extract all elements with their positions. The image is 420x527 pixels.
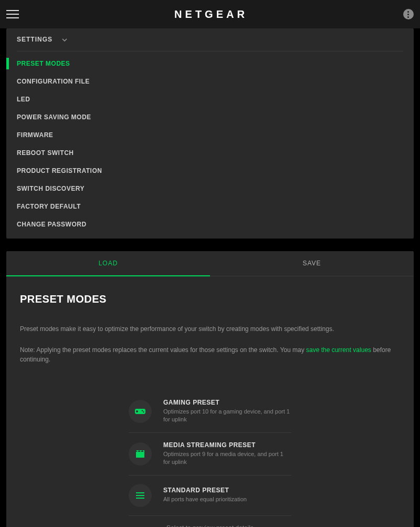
preset-desc: Optimizes port 10 for a gaming device, a… [163, 408, 291, 424]
more-vert-icon[interactable] [403, 9, 414, 19]
intro-text: Preset modes make it easy to optimize th… [20, 324, 400, 334]
preset-text: MEDIA STREAMING PRESETOptimizes port 9 f… [163, 441, 291, 467]
svg-rect-8 [136, 498, 144, 499]
nav-item-power-saving-mode[interactable]: POWER SAVING MODE [6, 108, 414, 126]
settings-label: SETTINGS [17, 36, 52, 43]
preset-desc: All ports have equal prioritization [163, 495, 291, 503]
brand-logo: NETGEAR [174, 8, 248, 20]
note-text: Note: Applying the preset modes replaces… [20, 345, 400, 364]
svg-point-4 [143, 411, 144, 412]
tabs: LOAD SAVE [6, 251, 414, 276]
settings-section-header[interactable]: SETTINGS [6, 28, 414, 51]
nav-item-product-registration[interactable]: PRODUCT REGISTRATION [6, 162, 414, 180]
nav-item-firmware[interactable]: FIRMWARE [6, 126, 414, 144]
content-panel: LOAD SAVE PRESET MODES Preset modes make… [6, 251, 414, 527]
tab-load[interactable]: LOAD [6, 251, 210, 276]
app-header: NETGEAR [0, 0, 420, 28]
lines-icon [129, 484, 152, 507]
gamepad-icon [129, 400, 152, 423]
preset-text: STANDARD PRESETAll ports have equal prio… [163, 487, 291, 503]
page-title: PRESET MODES [20, 293, 400, 305]
nav-item-configuration-file[interactable]: CONFIGURATION FILE [6, 73, 414, 90]
tab-save[interactable]: SAVE [210, 251, 414, 276]
preset-item-gaming-preset[interactable]: GAMING PRESETOptimizes port 10 for a gam… [129, 390, 291, 433]
preset-title: STANDARD PRESET [163, 487, 291, 494]
nav-item-factory-default[interactable]: FACTORY DEFAULT [6, 198, 414, 215]
chevron-down-icon [62, 37, 67, 43]
preset-title: MEDIA STREAMING PRESET [163, 441, 291, 449]
preset-item-media-streaming-preset[interactable]: MEDIA STREAMING PRESETOptimizes port 9 f… [129, 433, 291, 476]
nav-item-led[interactable]: LED [6, 90, 414, 108]
svg-rect-6 [136, 492, 144, 493]
preset-title: GAMING PRESET [163, 399, 291, 406]
settings-nav-list: PRESET MODESCONFIGURATION FILELEDPOWER S… [6, 51, 414, 233]
save-current-values-link[interactable]: save the current values [306, 346, 371, 354]
note-prefix: Note: Applying the preset modes replaces… [20, 346, 306, 354]
nav-item-preset-modes[interactable]: PRESET MODES [6, 55, 414, 73]
preset-list: GAMING PRESETOptimizes port 10 for a gam… [129, 390, 291, 527]
nav-item-change-password[interactable]: CHANGE PASSWORD [6, 215, 414, 233]
movie-icon [129, 442, 152, 466]
nav-item-switch-discovery[interactable]: SWITCH DISCOVERY [6, 180, 414, 198]
preset-footer: Select to preview preset details [129, 516, 291, 527]
svg-rect-5 [136, 452, 144, 458]
preset-text: GAMING PRESETOptimizes port 10 for a gam… [163, 399, 291, 424]
content-body: PRESET MODES Preset modes make it easy t… [6, 276, 414, 527]
svg-point-3 [142, 410, 143, 411]
svg-rect-7 [136, 495, 144, 496]
preset-desc: Optimizes port 9 for a media device, and… [163, 450, 291, 467]
svg-rect-2 [136, 411, 138, 412]
preset-item-standard-preset[interactable]: STANDARD PRESETAll ports have equal prio… [129, 476, 291, 516]
menu-icon[interactable] [6, 8, 19, 20]
settings-panel: SETTINGS PRESET MODESCONFIGURATION FILEL… [6, 28, 414, 239]
nav-item-reboot-switch[interactable]: REBOOT SWITCH [6, 144, 414, 162]
